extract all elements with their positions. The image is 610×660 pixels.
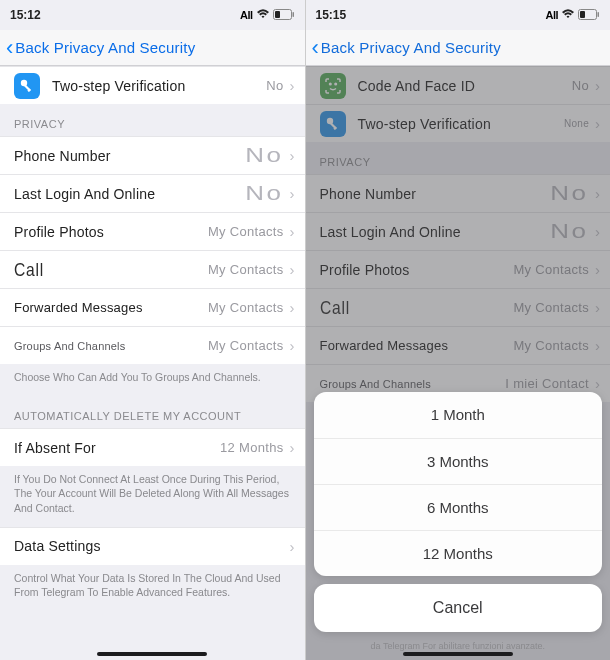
back-button[interactable]: Back Privacy And Security — [15, 39, 195, 56]
row-phone-number[interactable]: Phone Number No › — [0, 136, 305, 174]
back-chevron-icon[interactable]: ‹ — [6, 35, 13, 61]
chevron-right-icon: › — [290, 439, 295, 456]
back-button[interactable]: Back Privacy And Security — [321, 39, 501, 56]
battery-icon — [273, 9, 295, 22]
absent-label: If Absent For — [14, 440, 220, 456]
last-label: Last Login And Online — [320, 224, 560, 240]
two-step-label: Two-step Verification — [52, 78, 266, 94]
groups-label: Groups And Channels — [320, 378, 506, 390]
code-value: No — [572, 78, 589, 93]
phone-label: Phone Number — [14, 148, 254, 164]
svg-rect-1 — [275, 11, 280, 18]
sheet-option-3months[interactable]: 3 Months — [314, 438, 603, 484]
two-step-value: None — [564, 118, 589, 129]
battery-icon — [578, 9, 600, 22]
nav-header: ‹ Back Privacy And Security — [306, 30, 611, 66]
privacy-section-header: Privacy — [306, 142, 611, 174]
absent-value: 12 Months — [220, 440, 283, 455]
row-absent-for[interactable]: If Absent For 12 Months › — [0, 428, 305, 466]
row-profile-photos[interactable]: Profile Photos My Contacts › — [0, 212, 305, 250]
row-call[interactable]: Call My Contacts › — [0, 250, 305, 288]
chevron-right-icon: › — [290, 223, 295, 240]
chevron-right-icon: › — [290, 185, 295, 202]
fwd-label: Forwarded Messages — [14, 300, 208, 315]
row-last-login[interactable]: Last Login And Online No › — [0, 174, 305, 212]
sheet-option-12months[interactable]: 12 Months — [314, 530, 603, 576]
photos-value: My Contacts — [513, 262, 589, 277]
svg-rect-8 — [598, 12, 600, 17]
call-label: Call — [320, 297, 479, 319]
content: Code And Face ID No › Two-step Verificat… — [306, 66, 611, 660]
row-profile-photos[interactable]: Profile Photos My Contacts › — [306, 250, 611, 288]
chevron-right-icon: › — [595, 375, 600, 392]
row-call[interactable]: Call My Contacts › — [306, 288, 611, 326]
status-right: All — [545, 9, 600, 22]
phone-value: No — [245, 144, 283, 167]
row-phone-number[interactable]: Phone Number No › — [306, 174, 611, 212]
row-forwarded[interactable]: Forwarded Messages My Contacts › — [306, 326, 611, 364]
code-label: Code And Face ID — [358, 78, 572, 94]
home-indicator[interactable] — [403, 652, 513, 656]
footer-partial: da Telegram For abilitare funzioni avanz… — [314, 640, 603, 652]
home-indicator[interactable] — [97, 652, 207, 656]
row-code-faceid[interactable]: Code And Face ID No › — [306, 66, 611, 104]
row-groups[interactable]: Groups And Channels My Contacts › — [0, 326, 305, 364]
sheet-options: 1 Month 3 Months 6 Months 12 Months — [314, 392, 603, 576]
photos-label: Profile Photos — [14, 224, 208, 240]
two-step-value: No — [266, 78, 283, 93]
svg-rect-7 — [580, 11, 585, 18]
row-forwarded[interactable]: Forwarded Messages My Contacts › — [0, 288, 305, 326]
data-label: Data Settings — [14, 538, 290, 554]
fwd-value: My Contacts — [513, 338, 589, 353]
action-sheet: 1 Month 3 Months 6 Months 12 Months Canc… — [314, 392, 603, 652]
key-icon — [320, 111, 346, 137]
chevron-right-icon: › — [290, 538, 295, 555]
status-network: All — [545, 9, 558, 21]
sheet-option-1month[interactable]: 1 Month — [314, 392, 603, 438]
photos-value: My Contacts — [208, 224, 284, 239]
row-last-login[interactable]: Last Login And Online No › — [306, 212, 611, 250]
chevron-right-icon: › — [290, 77, 295, 94]
status-bar: 15:12 All — [0, 0, 305, 30]
svg-point-9 — [329, 83, 331, 85]
status-time: 15:15 — [316, 8, 347, 22]
wifi-icon — [256, 9, 270, 21]
row-two-step[interactable]: Two-step Verification No › — [0, 66, 305, 104]
faceid-icon — [320, 73, 346, 99]
last-value: No — [551, 220, 589, 243]
fwd-value: My Contacts — [208, 300, 284, 315]
cancel-button[interactable]: Cancel — [314, 584, 603, 632]
two-step-label: Two-step Verification — [358, 116, 564, 132]
sheet-option-6months[interactable]: 6 Months — [314, 484, 603, 530]
fwd-label: Forwarded Messages — [320, 338, 514, 353]
status-right: All — [240, 9, 295, 22]
svg-point-3 — [21, 79, 27, 85]
privacy-footer: Choose Who Can Add You To Groups And Cha… — [0, 364, 305, 396]
auto-delete-header: Automatically Delete My Account — [0, 396, 305, 428]
call-label: Call — [14, 259, 173, 281]
privacy-section-header: Privacy — [0, 104, 305, 136]
status-time: 15:12 — [10, 8, 41, 22]
back-chevron-icon[interactable]: ‹ — [312, 35, 319, 61]
phone-value: No — [551, 182, 589, 205]
chevron-right-icon: › — [595, 337, 600, 354]
svg-rect-2 — [292, 12, 294, 17]
chevron-right-icon: › — [595, 299, 600, 316]
chevron-right-icon: › — [595, 115, 600, 132]
chevron-right-icon: › — [290, 299, 295, 316]
data-footer: Control What Your Data Is Stored In The … — [0, 565, 305, 611]
chevron-right-icon: › — [595, 185, 600, 202]
content: Two-step Verification No › Privacy Phone… — [0, 66, 305, 660]
chevron-right-icon: › — [595, 77, 600, 94]
call-value: My Contacts — [208, 262, 284, 277]
row-data-settings[interactable]: Data Settings › — [0, 527, 305, 565]
absent-footer: If You Do Not Connect At Least Once Duri… — [0, 466, 305, 527]
phone-left: 15:12 All ‹ Back Privacy And Security Tw… — [0, 0, 305, 660]
groups-label: Groups And Channels — [14, 340, 208, 352]
photos-label: Profile Photos — [320, 262, 514, 278]
row-two-step[interactable]: Two-step Verification None › — [306, 104, 611, 142]
groups-value: My Contacts — [208, 338, 284, 353]
status-bar: 15:15 All — [306, 0, 611, 30]
phone-right: 15:15 All ‹ Back Privacy And Security Co… — [305, 0, 611, 660]
groups-value: I miei Contact — [505, 376, 589, 391]
